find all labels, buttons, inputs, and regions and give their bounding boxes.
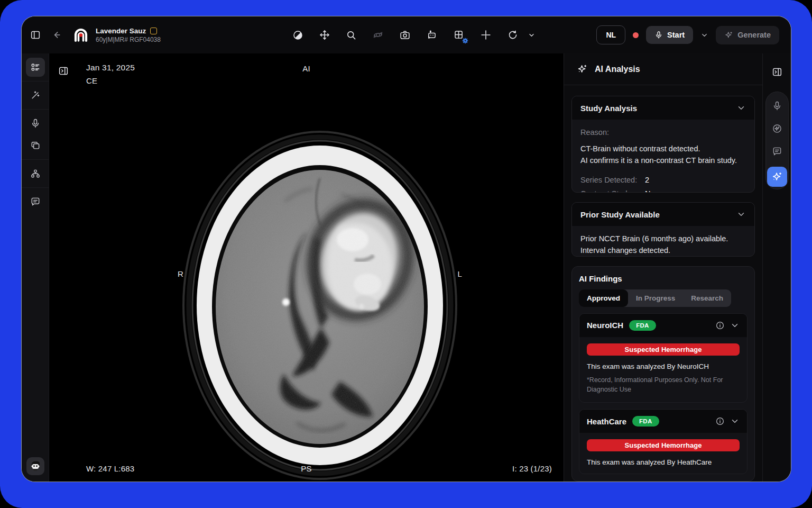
overlay-orientation-right: L	[457, 269, 462, 278]
tab-research[interactable]: Research	[683, 289, 731, 307]
study-analysis-header[interactable]: Study Analysis	[572, 96, 754, 120]
record-dot	[633, 32, 639, 38]
study-tag-icon[interactable]	[150, 28, 157, 34]
gear-badge-icon	[462, 38, 468, 44]
zoom-icon[interactable]	[344, 28, 358, 42]
field-value: No	[645, 188, 746, 193]
prior-study-card: Prior Study Available Prior NCCT Brain (…	[571, 202, 755, 256]
right-rail-tools	[765, 92, 789, 189]
field-label: Series Detected:	[580, 175, 645, 186]
finding-neuroich: NeuroICH FDA Suspected Hemorrhage This e…	[579, 313, 748, 403]
ai-findings-title: AI Findings	[579, 274, 748, 283]
findings-tabs: Approved In Progress Research	[579, 289, 731, 307]
reset-icon[interactable]	[505, 28, 520, 43]
ai-findings-card: AI Findings Approved In Progress Researc…	[571, 266, 755, 482]
info-icon[interactable]	[715, 416, 725, 426]
overlay-orientation-left: R	[178, 269, 183, 278]
circle-sparkle-icon[interactable]	[770, 121, 785, 136]
analyzed-by-text: This exam was analyzed By NeuroICH	[587, 362, 740, 370]
patient-header: Lavender Sauz 60y|M|MR# RGF04038	[71, 25, 161, 44]
chevron-down-icon[interactable]	[730, 321, 740, 330]
pan-icon[interactable]	[317, 28, 332, 43]
reason-line: CT-Brain without contrast detected.	[580, 143, 746, 155]
sparkle-icon	[724, 31, 733, 40]
image-viewport[interactable]: Jan 31, 2025 CE AI R L W: 247 L:683 PS I…	[49, 53, 564, 482]
overlay-slice-counter: I: 23 (1/23)	[512, 464, 552, 473]
alert-banner[interactable]: Suspected Hemorrhage	[587, 439, 740, 451]
chevron-down-icon[interactable]	[730, 416, 740, 426]
microphone-icon[interactable]	[770, 98, 785, 113]
start-button[interactable]: Start	[646, 26, 693, 44]
prior-study-line: Prior NCCT Brain (6 months ago) availabl…	[580, 233, 746, 245]
field-label: Contrast Study:	[580, 188, 645, 193]
panel-left-icon[interactable]	[27, 27, 43, 43]
chevron-down-icon[interactable]	[525, 29, 537, 41]
ai-analysis-panel: AI Analysis Study Analysis Reason: CT-Br…	[564, 53, 762, 482]
finding-heathcare: HeathCare FDA Suspected Hemorrhage This …	[579, 409, 748, 474]
patient-name: Lavender Sauz	[96, 27, 146, 35]
crosshair-icon[interactable]	[478, 28, 493, 43]
start-chevron-icon[interactable]	[700, 31, 708, 39]
fda-badge: FDA	[629, 320, 656, 331]
prior-study-header[interactable]: Prior Study Available	[572, 203, 754, 226]
copy-icon[interactable]	[26, 136, 45, 155]
panel-title: AI Analysis	[595, 65, 640, 74]
finding-header[interactable]: NeuroICH FDA	[579, 314, 747, 337]
sparkle-icon	[577, 64, 588, 75]
nl-button[interactable]: NL	[596, 25, 625, 44]
list-details-icon[interactable]	[26, 58, 45, 77]
chevron-down-icon	[736, 103, 746, 113]
brand-logo	[71, 25, 90, 44]
generate-button[interactable]: Generate	[716, 26, 779, 44]
bot-chat-icon[interactable]	[424, 28, 439, 43]
overlay-orientation-top: AI	[49, 64, 564, 73]
tab-in-progress[interactable]: In Progress	[628, 289, 683, 307]
contrast-icon[interactable]	[290, 28, 305, 42]
info-icon[interactable]	[715, 321, 725, 330]
camera-icon[interactable]	[397, 28, 412, 43]
tab-approved[interactable]: Approved	[579, 289, 628, 307]
reason-label: Reason:	[580, 127, 746, 139]
left-sidebar	[22, 53, 49, 482]
back-arrow-icon[interactable]	[49, 28, 64, 42]
message-icon[interactable]	[770, 144, 785, 159]
microphone-icon	[654, 31, 663, 39]
study-analysis-card: Study Analysis Reason: CT-Brain without …	[571, 96, 755, 193]
overlay-orientation-bottom: PS	[49, 464, 564, 473]
ai-analysis-sparkle-icon[interactable]	[767, 167, 787, 187]
fda-badge: FDA	[632, 416, 659, 427]
right-sidebar	[762, 53, 791, 482]
viewer-toolbar	[290, 28, 537, 43]
ct-brain-image	[181, 126, 462, 481]
rotate-3d-icon[interactable]	[370, 28, 385, 43]
app-window: Lavender Sauz 60y|M|MR# RGF04038	[21, 16, 791, 482]
message-icon[interactable]	[26, 192, 45, 211]
magic-wand-icon[interactable]	[26, 86, 45, 105]
alert-banner[interactable]: Suspected Hemorrhage	[587, 343, 740, 356]
finding-header[interactable]: HeathCare FDA	[579, 410, 747, 433]
header-bar: Lavender Sauz 60y|M|MR# RGF04038	[22, 16, 791, 53]
bot-avatar-icon[interactable]	[26, 457, 44, 475]
hierarchy-icon[interactable]	[26, 164, 45, 183]
field-value: 2	[645, 175, 746, 186]
overlay-series-label: CE	[86, 76, 97, 85]
chevron-down-icon	[736, 210, 746, 219]
microphone-icon[interactable]	[26, 114, 45, 133]
disclaimer-text: *Record, Informational Purposes Only. No…	[587, 375, 740, 395]
analyzed-by-text: This exam was analyzed By HeathCare	[587, 458, 740, 466]
reason-line: AI confirms it is a non-contrast CT brai…	[580, 155, 746, 167]
prior-study-line: Interval changes detected.	[580, 245, 746, 257]
panel-right-open-icon[interactable]	[769, 64, 785, 80]
patient-meta: 60y|M|MR# RGF04038	[96, 36, 161, 43]
